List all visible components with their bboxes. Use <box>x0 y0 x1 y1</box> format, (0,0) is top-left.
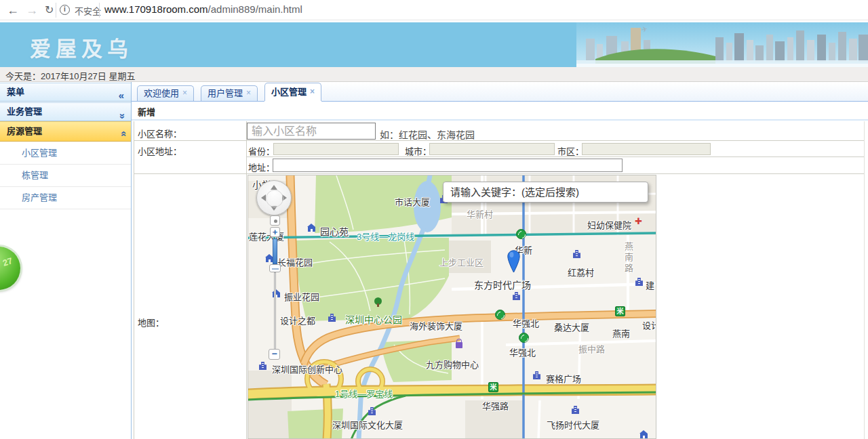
map-label: 市话大厦 <box>395 195 430 208</box>
detail-address-label: 地址： <box>248 161 275 173</box>
city-select[interactable] <box>429 143 555 155</box>
badge-count: 27 <box>1 255 14 268</box>
pan-down-icon[interactable] <box>271 206 277 211</box>
date-text: 今天是：2017年10月27日 星期五 <box>5 69 135 82</box>
community-name-label: 小区名称： <box>138 127 182 140</box>
map-search-input[interactable]: 请输入关键字：(选定后搜索) <box>443 182 648 203</box>
map-label: 设计之都 <box>280 314 315 327</box>
forward-icon[interactable]: → <box>26 1 38 19</box>
map-label: 燕南 <box>612 327 630 339</box>
back-icon[interactable]: ← <box>7 1 19 19</box>
district-select[interactable] <box>582 143 711 155</box>
site-banner: ✈ 爱屋及乌 <box>0 22 868 67</box>
zoom-slider-handle[interactable] <box>269 264 281 272</box>
sidebar-group-housing[interactable]: 房源管理 » <box>0 121 131 142</box>
zoom-out-button[interactable]: − <box>269 349 280 360</box>
sidebar-item-2[interactable]: 栋管理 <box>0 165 131 187</box>
map-poi-mtr-icon: 米 <box>488 382 498 392</box>
map-poi-tree-icon <box>374 297 382 307</box>
map-label: 华强路 <box>482 399 509 412</box>
map-label: 华新村 <box>467 207 493 220</box>
map-label: 妇幼保健院 <box>587 218 631 231</box>
map-label: 建 <box>646 278 654 291</box>
map-label: 园心苑 <box>320 224 349 238</box>
map-label: 长福花园 <box>277 255 313 268</box>
sidebar: 菜单 « 业务管理 » 房源管理 » 小区管理栋管理房产管理 <box>0 82 132 439</box>
security-label: 不安全 <box>75 4 101 17</box>
tab-close-icon[interactable]: × <box>182 86 187 101</box>
map-label: 振业花园 <box>284 290 319 303</box>
browser-toolbar: ← → ↻ i 不安全 www.170918room.com/admin889/… <box>0 0 868 20</box>
tab-label: 小区管理 <box>271 83 307 101</box>
date-bar: 今天是：2017年10月27日 星期五 <box>0 67 868 82</box>
zoom-slider-track[interactable] <box>274 272 276 350</box>
map-label: 红荔村 <box>568 266 594 278</box>
map-label: 燕南路 <box>622 242 635 274</box>
tab-2[interactable]: 用户管理× <box>201 85 258 101</box>
pan-left-icon[interactable] <box>261 194 266 201</box>
tab-1[interactable]: 欢迎使用× <box>137 85 194 101</box>
district-label: 市区： <box>557 144 584 157</box>
detail-address-input[interactable] <box>273 159 623 172</box>
map-label: 振中路 <box>578 342 605 355</box>
map-label: 设计 <box>642 318 656 331</box>
url-path: /admin889/main.html <box>208 3 302 15</box>
map-label: 赛格广场 <box>546 372 581 385</box>
map-poi-bag-icon <box>456 342 462 348</box>
map-pin-icon[interactable] <box>507 250 520 273</box>
community-name-input[interactable] <box>247 123 376 140</box>
map-label: 3号线—龙岗线 <box>357 230 414 243</box>
name-hint: 如：红花园、东海花园 <box>380 127 475 141</box>
tab-close-icon[interactable]: × <box>310 83 315 101</box>
map-label: 1号线—罗宝线 <box>335 387 393 400</box>
tab-label: 欢迎使用 <box>144 86 179 101</box>
sidebar-item-3[interactable]: 房产管理 <box>0 187 131 209</box>
page-info-icon[interactable]: i <box>60 5 70 15</box>
site-title: 爱屋及乌 <box>30 32 133 62</box>
province-label: 省份： <box>248 144 275 157</box>
map-label: 深圳中心公园 <box>345 312 402 326</box>
pan-up-icon[interactable] <box>271 185 277 190</box>
province-select[interactable] <box>273 143 399 155</box>
map-label: 飞扬时代大厦 <box>547 418 599 431</box>
map-poi-cross-icon: ✚ <box>635 217 642 226</box>
map-tiles <box>248 175 656 439</box>
community-address-label: 小区地址： <box>138 144 182 157</box>
screen: ← → ↻ i 不安全 www.170918room.com/admin889/… <box>0 0 868 439</box>
zoom-slider-fill <box>273 238 277 264</box>
chevron-up-icon: » <box>121 125 124 144</box>
map-label: 上步工业区 <box>439 255 484 268</box>
map-label: 地图： <box>138 316 164 329</box>
sidebar-item-1[interactable]: 小区管理 <box>0 142 131 165</box>
zoom-in-button[interactable]: + <box>270 227 280 237</box>
map-label: 东方时代广场 <box>474 278 531 291</box>
pan-right-icon[interactable] <box>282 194 287 201</box>
map-label: 海外装饰大厦 <box>410 319 462 332</box>
zoom-reset-button[interactable] <box>270 215 280 226</box>
map-poi-metro-icon <box>495 310 505 320</box>
url-host: www.170918room.com <box>104 3 208 15</box>
map-poi-metro-icon <box>516 229 526 239</box>
map-canvas[interactable]: 小学市话大厦华新村妇幼保健院园心苑莲花大厦3号线—龙岗线华新上步工业区红荔村燕南… <box>248 175 656 439</box>
map-label: 九方购物中心 <box>426 358 479 371</box>
map-label: 桑达大厦 <box>554 320 589 333</box>
tab-close-icon[interactable]: × <box>246 86 251 101</box>
sidebar-submenu: 小区管理栋管理房产管理 <box>0 142 131 209</box>
panel-title: 新增 <box>138 105 155 118</box>
map-label: 华强北 <box>513 316 539 329</box>
tab-bar: 欢迎使用×用户管理×小区管理× <box>132 83 868 102</box>
map-poi-metro-icon <box>519 333 529 343</box>
city-label: 城市： <box>405 144 431 157</box>
tab-3[interactable]: 小区管理× <box>264 83 321 101</box>
address-bar[interactable]: www.170918room.com/admin889/main.html <box>104 3 302 15</box>
map-poi-house-icon <box>640 434 648 438</box>
map-label: 华强北 <box>509 346 536 358</box>
map-pan-control[interactable] <box>256 180 292 215</box>
sidebar-group-business[interactable]: 业务管理 » <box>0 102 131 121</box>
map-label: 深圳国际文化大厦 <box>332 418 403 431</box>
map-label: 深圳国际创新中心 <box>272 362 342 375</box>
sidebar-menu-header: 菜单 « <box>0 83 131 102</box>
reload-icon[interactable]: ↻ <box>45 1 54 19</box>
city-skyline-image <box>576 22 868 67</box>
map-poi-house-icon <box>308 227 315 232</box>
